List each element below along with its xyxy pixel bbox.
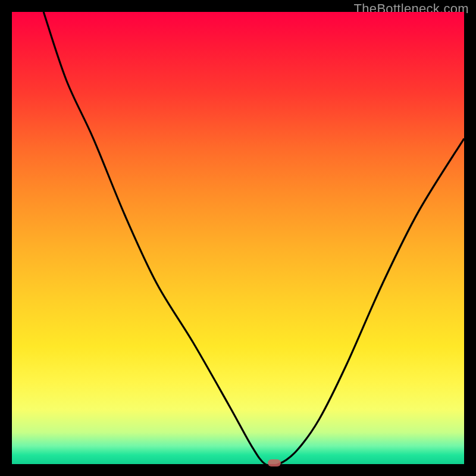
bottleneck-curve — [12, 12, 464, 464]
optimum-marker — [268, 459, 281, 466]
curve-path — [43, 12, 464, 466]
chart-frame: TheBottleneck.com — [0, 0, 476, 476]
plot-area — [12, 12, 464, 464]
